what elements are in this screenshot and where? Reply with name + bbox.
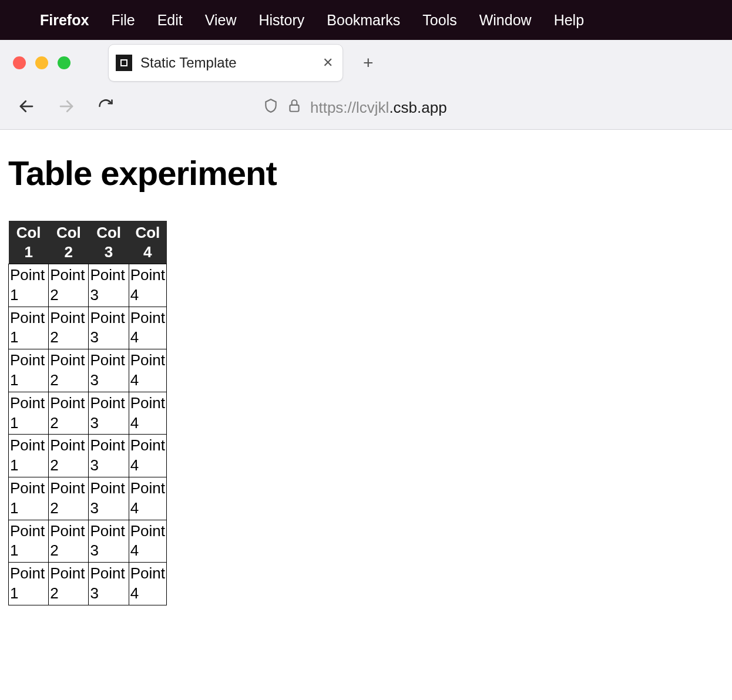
table-cell: Point 3 (89, 264, 129, 307)
menubar-item-file[interactable]: File (111, 12, 135, 29)
menubar-item-window[interactable]: Window (479, 12, 532, 29)
table-cell: Point 1 (9, 307, 49, 349)
url-text: https://lcvjkl.csb.app (310, 99, 447, 117)
tab-close-button[interactable]: ✕ (320, 53, 335, 73)
table-cell: Point 2 (49, 563, 89, 605)
table-header: Col 3 (89, 221, 129, 264)
table-cell: Point 3 (89, 392, 129, 435)
table-cell: Point 1 (9, 563, 49, 605)
window-zoom-button[interactable] (58, 56, 70, 69)
table-cell: Point 4 (129, 264, 166, 307)
page-content: Table experiment Col 1 Col 2 Col 3 Col 4… (0, 130, 732, 629)
tab-favicon-icon (116, 55, 132, 71)
table-cell: Point 4 (129, 392, 166, 435)
new-tab-button[interactable]: + (351, 53, 385, 73)
window-close-button[interactable] (13, 56, 26, 69)
table-cell: Point 2 (49, 520, 89, 563)
table-cell: Point 4 (129, 349, 166, 392)
shield-icon (263, 98, 278, 117)
table-header: Col 2 (49, 221, 89, 264)
table-cell: Point 1 (9, 349, 49, 392)
table-row: Point 1Point 2Point 3Point 4 (9, 307, 167, 349)
table-row: Point 1Point 2Point 3Point 4 (9, 435, 167, 477)
browser-chrome: Static Template ✕ + https://lcvjkl.csb.a… (0, 40, 732, 130)
table-header: Col 1 (9, 221, 49, 264)
table-cell: Point 1 (9, 435, 49, 477)
table-cell: Point 3 (89, 435, 129, 477)
table-cell: Point 4 (129, 477, 166, 520)
table-cell: Point 1 (9, 520, 49, 563)
data-table: Col 1 Col 2 Col 3 Col 4 Point 1Point 2Po… (8, 221, 167, 605)
tab-strip: Static Template ✕ + (0, 40, 732, 86)
table-cell: Point 3 (89, 349, 129, 392)
menubar-item-tools[interactable]: Tools (422, 12, 456, 29)
menubar-item-edit[interactable]: Edit (157, 12, 183, 29)
table-container: Col 1 Col 2 Col 3 Col 4 Point 1Point 2Po… (8, 221, 167, 605)
table-row: Point 1Point 2Point 3Point 4 (9, 264, 167, 307)
table-cell: Point 1 (9, 264, 49, 307)
nav-back-button[interactable] (18, 97, 35, 118)
table-cell: Point 4 (129, 307, 166, 349)
page-title: Table experiment (8, 153, 724, 193)
table-cell: Point 2 (49, 307, 89, 349)
table-row: Point 1Point 2Point 3Point 4 (9, 477, 167, 520)
table-cell: Point 2 (49, 435, 89, 477)
table-row: Point 1Point 2Point 3Point 4 (9, 520, 167, 563)
table-cell: Point 4 (129, 520, 166, 563)
table-row: Point 1Point 2Point 3Point 4 (9, 563, 167, 605)
menubar-app-name[interactable]: Firefox (40, 12, 89, 29)
reload-button[interactable] (98, 98, 114, 117)
nav-forward-button[interactable] (58, 97, 75, 118)
menubar-item-view[interactable]: View (205, 12, 237, 29)
table-row: Point 1Point 2Point 3Point 4 (9, 349, 167, 392)
menubar-item-help[interactable]: Help (554, 12, 584, 29)
table-cell: Point 3 (89, 477, 129, 520)
table-header-row: Col 1 Col 2 Col 3 Col 4 (9, 221, 167, 264)
table-cell: Point 1 (9, 392, 49, 435)
window-controls (13, 56, 70, 69)
tab-title: Static Template (140, 55, 312, 71)
url-bar[interactable]: https://lcvjkl.csb.app (254, 92, 714, 123)
table-row: Point 1Point 2Point 3Point 4 (9, 392, 167, 435)
menubar-item-history[interactable]: History (259, 12, 305, 29)
table-cell: Point 2 (49, 349, 89, 392)
browser-tab[interactable]: Static Template ✕ (108, 44, 343, 82)
menubar-item-bookmarks[interactable]: Bookmarks (327, 12, 400, 29)
table-cell: Point 3 (89, 307, 129, 349)
window-minimize-button[interactable] (35, 56, 48, 69)
table-cell: Point 1 (9, 477, 49, 520)
table-cell: Point 4 (129, 435, 166, 477)
table-cell: Point 4 (129, 563, 166, 605)
table-cell: Point 3 (89, 520, 129, 563)
lock-icon (287, 98, 302, 117)
table-cell: Point 2 (49, 392, 89, 435)
nav-toolbar: https://lcvjkl.csb.app (0, 86, 732, 129)
table-cell: Point 2 (49, 264, 89, 307)
table-header: Col 4 (129, 221, 166, 264)
macos-menubar: Firefox File Edit View History Bookmarks… (0, 0, 732, 40)
table-cell: Point 2 (49, 477, 89, 520)
svg-rect-2 (290, 105, 298, 111)
table-cell: Point 3 (89, 563, 129, 605)
